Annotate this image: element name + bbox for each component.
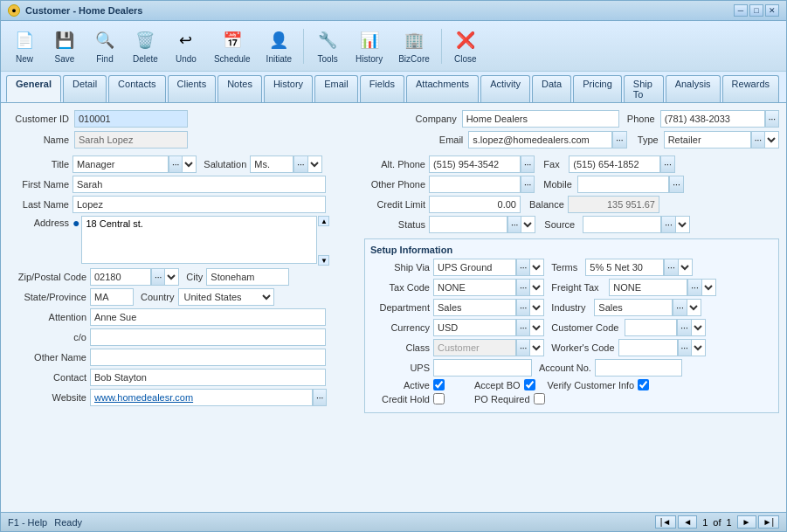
lastname-field[interactable] [72, 196, 326, 213]
maximize-button[interactable]: □ [749, 4, 763, 17]
email-ellipsis-button[interactable]: ··· [612, 131, 626, 149]
address-field[interactable]: 18 Central st. [81, 216, 317, 264]
tab-clients[interactable]: Clients [168, 75, 217, 102]
department-ellipsis-button[interactable]: ··· [516, 299, 530, 316]
active-checkbox[interactable] [433, 379, 445, 390]
tab-shipto[interactable]: Ship To [624, 75, 664, 102]
firstname-field[interactable] [72, 176, 326, 193]
co-field[interactable] [90, 328, 326, 346]
taxcode-field[interactable] [433, 279, 516, 296]
department-select[interactable] [530, 299, 544, 316]
zip-ellipsis-button[interactable]: ··· [151, 268, 165, 286]
tab-data[interactable]: Data [532, 75, 571, 102]
first-page-button[interactable]: |◄ [655, 515, 677, 529]
accountno-field[interactable] [595, 359, 682, 377]
class-field[interactable] [433, 339, 516, 356]
tab-analysis[interactable]: Analysis [666, 75, 721, 102]
workerscode-ellipsis-button[interactable]: ··· [678, 339, 692, 356]
last-page-button[interactable]: ►| [758, 515, 780, 529]
country-select[interactable]: United States [178, 288, 274, 306]
status-select[interactable] [521, 216, 535, 233]
minimize-button[interactable]: ─ [734, 4, 748, 17]
website-ellipsis-button[interactable]: ··· [313, 389, 327, 406]
class-ellipsis-button[interactable]: ··· [516, 339, 530, 356]
tab-notes[interactable]: Notes [217, 75, 262, 102]
status-field[interactable] [429, 216, 507, 233]
save-button[interactable]: 💾 Save [46, 24, 83, 67]
creditlimit-field[interactable] [429, 196, 521, 213]
otherphone-ellipsis-button[interactable]: ··· [521, 176, 535, 193]
shipvia-select[interactable] [530, 259, 544, 276]
workerscode-field[interactable] [618, 339, 678, 356]
city-field[interactable] [206, 268, 289, 286]
source-select[interactable] [676, 216, 690, 233]
new-button[interactable]: 📄 New [6, 24, 43, 67]
terms-select[interactable] [679, 259, 693, 276]
find-button[interactable]: 🔍 Find [86, 24, 123, 67]
altphone-field[interactable] [429, 155, 521, 173]
customerid-field[interactable] [74, 110, 188, 128]
industry-field[interactable] [594, 299, 673, 316]
attention-field[interactable] [90, 308, 326, 326]
name-field[interactable] [74, 131, 188, 149]
zip-field[interactable] [90, 268, 151, 286]
customercode-select[interactable] [692, 319, 706, 336]
title-select[interactable] [183, 155, 197, 173]
salutation-ellipsis-button[interactable]: ··· [293, 155, 307, 173]
title-ellipsis-button[interactable]: ··· [169, 155, 183, 173]
customercode-field[interactable] [625, 319, 677, 336]
freighttax-field[interactable] [609, 279, 687, 296]
schedule-button[interactable]: 📅 Schedule [208, 24, 257, 67]
freighttax-select[interactable] [702, 279, 716, 296]
ups-field[interactable] [433, 359, 532, 377]
othername-field[interactable] [90, 349, 326, 366]
industry-ellipsis-button[interactable]: ··· [673, 299, 687, 316]
type-field[interactable] [664, 131, 751, 149]
mobile-field[interactable] [577, 176, 669, 193]
taxcode-ellipsis-button[interactable]: ··· [516, 279, 530, 296]
type-select[interactable] [765, 131, 779, 149]
taxcode-select[interactable] [530, 279, 544, 296]
address-scroll-up[interactable]: ▲ [318, 216, 329, 226]
otherphone-field[interactable] [429, 176, 521, 193]
history-button[interactable]: 📊 History [349, 24, 389, 67]
customercode-ellipsis-button[interactable]: ··· [677, 319, 691, 336]
tab-history[interactable]: History [264, 75, 313, 102]
phone-field[interactable] [660, 110, 765, 128]
industry-select[interactable] [687, 299, 701, 316]
fax-ellipsis-button[interactable]: ··· [660, 155, 674, 173]
tab-fields[interactable]: Fields [360, 75, 404, 102]
source-ellipsis-button[interactable]: ··· [661, 216, 675, 233]
close-window-button[interactable]: ✕ [765, 4, 779, 17]
class-select[interactable] [530, 339, 544, 356]
company-field[interactable] [462, 110, 619, 128]
title-field[interactable] [72, 155, 169, 173]
website-field[interactable] [90, 389, 313, 406]
tab-rewards[interactable]: Rewards [722, 75, 779, 102]
terms-ellipsis-button[interactable]: ··· [664, 259, 678, 276]
prev-page-button[interactable]: ◄ [678, 515, 697, 529]
close-button[interactable]: ❌ Close [447, 24, 484, 67]
currency-select[interactable] [530, 319, 544, 336]
bizcore-button[interactable]: 🏢 BizCore [392, 24, 436, 67]
currency-field[interactable] [433, 319, 516, 336]
zip-select[interactable] [165, 268, 179, 286]
altphone-ellipsis-button[interactable]: ··· [521, 155, 535, 173]
shipvia-field[interactable] [433, 259, 516, 276]
tab-activity[interactable]: Activity [480, 75, 530, 102]
undo-button[interactable]: ↩ Undo [168, 24, 204, 67]
currency-ellipsis-button[interactable]: ··· [516, 319, 530, 336]
fax-field[interactable] [569, 155, 660, 173]
tab-attachments[interactable]: Attachments [406, 75, 479, 102]
credithold-checkbox[interactable] [433, 393, 445, 404]
status-ellipsis-button[interactable]: ··· [507, 216, 521, 233]
tab-pricing[interactable]: Pricing [573, 75, 622, 102]
state-field[interactable] [90, 288, 134, 306]
verifycustomer-checkbox[interactable] [638, 379, 649, 390]
phone-ellipsis-button[interactable]: ··· [765, 110, 779, 128]
acceptbo-checkbox[interactable] [524, 379, 535, 390]
address-scroll-down[interactable]: ▼ [318, 255, 329, 266]
mobile-ellipsis-button[interactable]: ··· [669, 176, 683, 193]
email-field[interactable] [468, 131, 612, 149]
contact-field[interactable] [90, 369, 326, 386]
